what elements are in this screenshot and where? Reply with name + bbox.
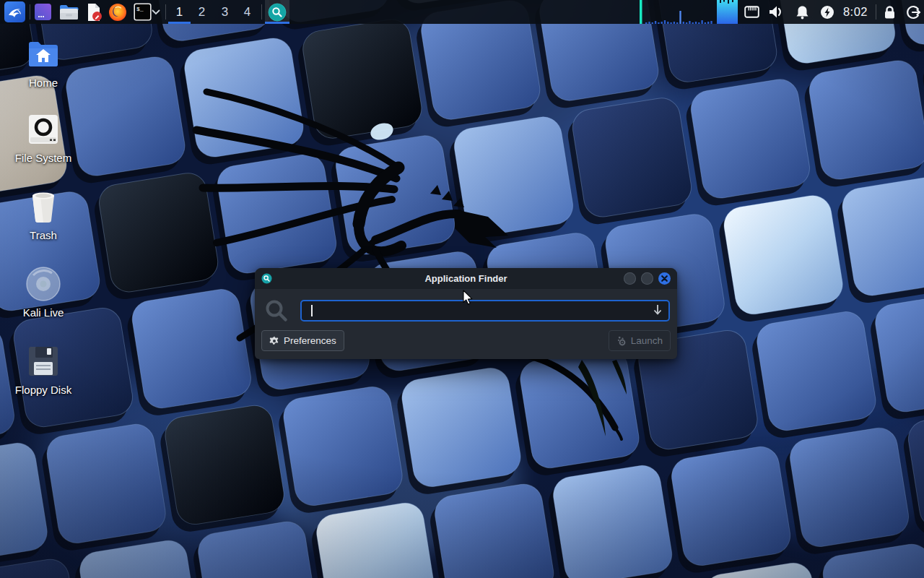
window-titlebar[interactable]: Application Finder — [255, 268, 677, 289]
volume-icon — [768, 5, 784, 19]
window-app-icon — [261, 273, 272, 284]
panel-separator — [261, 4, 262, 20]
launch-button[interactable]: Launch — [609, 330, 671, 351]
desktop-icon-file-system[interactable]: File System — [9, 112, 78, 164]
desktop-settings-icon — [34, 3, 52, 21]
optical-disc-icon — [25, 267, 61, 301]
desktop-icon-home[interactable]: Home — [9, 37, 78, 89]
minimize-button[interactable] — [624, 272, 636, 285]
search-input[interactable] — [310, 305, 650, 316]
workspace-button-2[interactable]: 2 — [191, 0, 213, 24]
desktop: Home File System Trash — [0, 0, 924, 578]
file-manager-icon — [59, 4, 79, 21]
tray-notifications[interactable] — [793, 0, 811, 24]
home-folder-icon — [25, 37, 61, 72]
lock-icon — [884, 5, 896, 20]
panel-separator — [876, 4, 876, 20]
search-icon — [264, 298, 289, 323]
top-panel: $_ 1 2 3 4 — [0, 0, 924, 24]
maximize-button[interactable] — [641, 272, 653, 285]
launch-icon — [616, 336, 627, 346]
tray-network[interactable] — [742, 0, 761, 24]
search-field[interactable] — [300, 300, 670, 322]
dropdown-arrow-icon[interactable] — [652, 303, 663, 316]
trash-icon — [25, 189, 61, 224]
window-title: Application Finder — [255, 273, 677, 284]
power-manager-icon — [820, 5, 834, 20]
logout-icon — [906, 5, 921, 20]
workspace-button-3[interactable]: 3 — [214, 0, 236, 24]
workspace-label: 4 — [244, 5, 250, 20]
floppy-disk-icon — [25, 344, 61, 379]
preferences-button[interactable]: Preferences — [261, 330, 344, 351]
panel-separator — [30, 4, 30, 20]
terminal-icon: $_ — [134, 3, 152, 21]
close-icon — [661, 275, 668, 282]
bell-icon — [796, 5, 809, 20]
desktop-icon-kali-live[interactable]: Kali Live — [9, 267, 78, 319]
close-button[interactable] — [658, 272, 671, 285]
system-load-graph[interactable] — [638, 0, 741, 24]
text-caret — [311, 305, 313, 316]
desktop-icon-label: Kali Live — [9, 306, 78, 319]
kali-logo-icon — [4, 1, 25, 22]
desktop-icon-label: Home — [9, 77, 78, 89]
kali-menu-button[interactable] — [1, 0, 28, 24]
launcher-firefox[interactable] — [107, 0, 128, 24]
desktop-icon-floppy-disk[interactable]: Floppy Disk — [9, 344, 78, 396]
active-window-indicator — [265, 22, 289, 24]
appfinder-taskbar-button[interactable] — [265, 0, 289, 24]
preferences-label: Preferences — [284, 335, 336, 346]
desktop-icon-trash[interactable]: Trash — [9, 189, 78, 241]
workspace-button-1[interactable]: 1 — [168, 0, 191, 24]
panel-separator — [165, 4, 166, 20]
launcher-text-editor[interactable] — [83, 0, 105, 24]
launcher-desktop-settings[interactable] — [32, 0, 53, 24]
clock-text: 8:02 — [843, 5, 868, 19]
desktop-icon-label: File System — [9, 152, 78, 164]
workspace-button-4[interactable]: 4 — [236, 0, 258, 24]
clock[interactable]: 8:02 — [837, 0, 873, 24]
tray-volume[interactable] — [767, 0, 785, 24]
network-icon — [744, 6, 759, 18]
workspace-label: 1 — [176, 5, 183, 20]
launch-label: Launch — [631, 335, 663, 346]
application-finder-window: Application Finder — [255, 268, 677, 359]
workspace-label: 3 — [222, 5, 228, 20]
desktop-icon-label: Floppy Disk — [9, 384, 78, 396]
launcher-file-manager[interactable] — [58, 0, 79, 24]
svg-text:$_: $_ — [136, 6, 144, 12]
gear-icon — [269, 336, 279, 346]
chevron-down-icon — [152, 9, 160, 15]
launcher-dropdown[interactable] — [150, 0, 162, 24]
desktop-icon-label: Trash — [9, 229, 78, 241]
active-workspace-indicator — [168, 22, 191, 24]
app-finder-icon — [268, 3, 287, 22]
workspace-label: 2 — [199, 5, 205, 20]
hard-drive-icon — [25, 112, 61, 147]
tray-power-manager[interactable] — [818, 0, 837, 24]
tray-lock-screen[interactable] — [880, 0, 899, 24]
firefox-icon — [108, 3, 127, 22]
text-editor-icon — [84, 3, 103, 22]
tray-log-out[interactable] — [904, 0, 923, 24]
